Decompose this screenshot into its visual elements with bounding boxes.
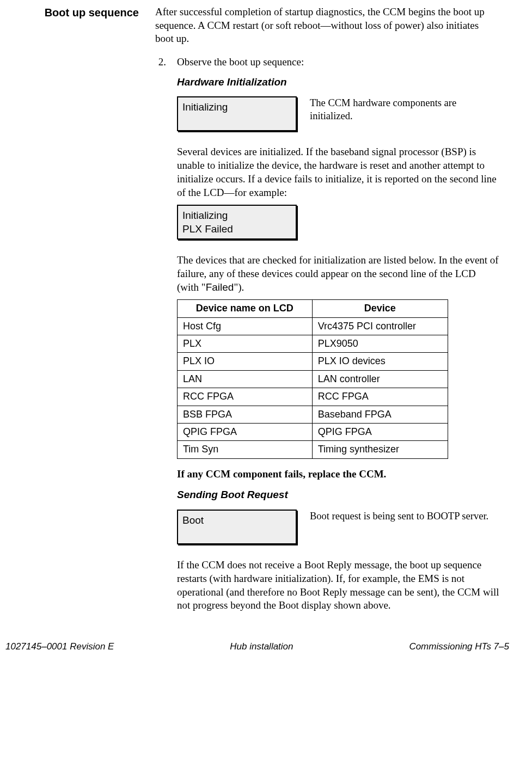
intro-paragraph: After successful completion of startup d… xyxy=(155,5,499,46)
boot-para: If the CCM does not receive a Boot Reply… xyxy=(177,559,499,612)
footer-left: 1027145–0001 Revision E xyxy=(5,641,114,653)
lcd-display-initializing: Initializing xyxy=(177,96,297,131)
lcd-display-boot: Boot xyxy=(177,510,297,544)
device-table: Device name on LCD Device Host CfgVrc437… xyxy=(177,299,448,459)
step-text: Observe the boot up sequence: xyxy=(177,56,304,69)
table-row: Tim SynTiming synthesizer xyxy=(178,441,448,458)
table-row: LANLAN controller xyxy=(178,370,448,388)
table-row: QPIG FPGAQPIG FPGA xyxy=(178,423,448,440)
step-number: 2. xyxy=(155,56,166,69)
lcd-caption: The CCM hardware components are initiali… xyxy=(310,96,499,122)
boot-request-heading: Sending Boot Request xyxy=(177,488,499,502)
failed-word: Failed xyxy=(206,281,234,293)
footer-center: Hub installation xyxy=(230,641,293,653)
table-row: Host CfgVrc4375 PCI controller xyxy=(178,317,448,335)
side-heading: Boot up sequence xyxy=(11,5,139,51)
page-footer: 1027145–0001 Revision E Hub installation… xyxy=(0,629,532,660)
th-device-name: Device name on LCD xyxy=(178,300,313,317)
th-device: Device xyxy=(312,300,448,317)
table-row: BSB FPGABaseband FPGA xyxy=(178,406,448,423)
lcd-caption-boot: Boot request is being sent to BOOTP serv… xyxy=(310,510,499,523)
table-row: PLX IOPLX IO devices xyxy=(178,353,448,370)
replace-ccm-para: If any CCM component fails, replace the … xyxy=(177,468,499,481)
lcd-display-failed: Initializing PLX Failed xyxy=(177,205,297,240)
step-item: 2. Observe the boot up sequence: xyxy=(155,56,499,69)
hw-para-3: The devices that are checked for initial… xyxy=(177,254,499,294)
hw-para-2: Several devices are initialized. If the … xyxy=(177,145,499,199)
footer-right: Commissioning HTs 7–5 xyxy=(409,641,509,653)
hw-init-heading: Hardware Initialization xyxy=(177,76,499,89)
lcd-line2: PLX Failed xyxy=(182,223,291,236)
lcd-line1: Initializing xyxy=(182,209,291,223)
table-header-row: Device name on LCD Device xyxy=(178,300,448,317)
table-row: RCC FPGARCC FPGA xyxy=(178,388,448,406)
table-row: PLXPLX9050 xyxy=(178,335,448,353)
